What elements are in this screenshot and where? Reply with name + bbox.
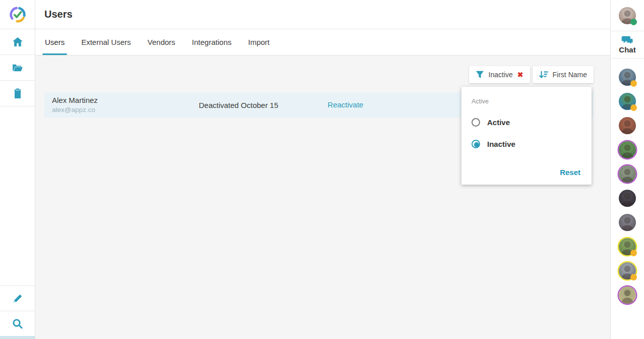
- avatar-list-item[interactable]: [619, 283, 636, 307]
- avatar-list-item[interactable]: [619, 138, 636, 162]
- page-title: Users: [44, 9, 73, 20]
- home-icon: [12, 37, 23, 47]
- status-dot: [630, 19, 637, 25]
- close-icon[interactable]: ✖: [517, 71, 523, 78]
- status-dot: [630, 250, 637, 256]
- pencil-icon: [12, 293, 23, 304]
- sort-button[interactable]: First Name: [533, 66, 594, 83]
- filter-option-active-label: Active: [487, 118, 510, 127]
- tab-import[interactable]: Import: [248, 29, 270, 55]
- avatar[interactable]: [619, 7, 636, 24]
- filter-chip[interactable]: Inactive ✖: [469, 66, 530, 83]
- sidebar-bottom-strip: [0, 336, 35, 339]
- avatar-list-item[interactable]: [619, 210, 636, 235]
- search-icon: [12, 318, 23, 329]
- person-silhouette-icon: [619, 190, 636, 207]
- sidebar-spacer: [0, 106, 35, 286]
- person-silhouette-icon: [619, 214, 636, 231]
- avatar[interactable]: [619, 69, 636, 86]
- filter-chip-label: Inactive: [489, 71, 513, 79]
- avatar[interactable]: [619, 262, 636, 279]
- avatar[interactable]: [619, 238, 636, 255]
- radio-inactive[interactable]: [472, 140, 480, 148]
- avatar[interactable]: [619, 117, 636, 134]
- avatar[interactable]: [619, 214, 636, 231]
- user-name-cell: Alex Martinez alex@appz.co: [44, 95, 196, 115]
- logo-check-icon: [8, 5, 27, 24]
- avatar-list: [611, 59, 644, 307]
- person-silhouette-icon: [619, 141, 636, 158]
- person-silhouette-icon: [619, 287, 636, 304]
- tab-users[interactable]: Users: [44, 29, 65, 55]
- person-silhouette-icon: [619, 165, 636, 183]
- sort-descending-icon: [539, 71, 548, 79]
- filter-option-active[interactable]: Active: [472, 118, 581, 127]
- avatar[interactable]: [619, 190, 636, 207]
- filter-dropdown: Active Active Inactive Reset: [461, 87, 592, 185]
- right-sidebar: Chat: [610, 0, 644, 339]
- filter-option-inactive-label: Inactive: [487, 140, 515, 148]
- avatar-list-item[interactable]: [619, 259, 636, 283]
- status-dot: [630, 104, 637, 111]
- tab-external-users[interactable]: External Users: [81, 29, 131, 55]
- profile-cell[interactable]: [611, 0, 644, 31]
- page-header: Users: [35, 0, 610, 29]
- avatar-list-item[interactable]: [619, 114, 636, 138]
- person-silhouette-icon: [619, 117, 636, 134]
- user-email: alex@appz.co: [52, 105, 196, 115]
- filter-option-inactive[interactable]: Inactive: [472, 140, 581, 148]
- user-status-text: Deactivated October 15: [196, 101, 281, 109]
- app-logo[interactable]: [0, 0, 35, 29]
- profile-avatar[interactable]: [619, 7, 636, 24]
- avatar[interactable]: [619, 165, 636, 183]
- reactivate-link[interactable]: Reactivate: [328, 100, 364, 109]
- reset-button[interactable]: Reset: [560, 168, 580, 177]
- left-sidebar: [0, 0, 35, 339]
- clipboard-icon: [13, 88, 22, 99]
- sidebar-item-search[interactable]: [0, 311, 35, 336]
- sidebar-item-edit[interactable]: [0, 286, 35, 311]
- status-dot: [630, 274, 637, 280]
- status-dot: [630, 80, 637, 87]
- toolbar: Inactive ✖ First Name: [469, 66, 594, 83]
- chat-button[interactable]: Chat: [611, 31, 644, 59]
- tab-integrations[interactable]: Integrations: [192, 29, 232, 55]
- avatar[interactable]: [619, 141, 636, 158]
- sort-button-label: First Name: [553, 71, 587, 79]
- sidebar-item-tasks[interactable]: [0, 81, 35, 106]
- avatar[interactable]: [619, 93, 636, 110]
- avatar-list-item[interactable]: [619, 186, 636, 210]
- tab-bar: Users External Users Vendors Integration…: [35, 29, 610, 55]
- avatar-list-item[interactable]: [619, 162, 636, 186]
- avatar[interactable]: [619, 287, 636, 304]
- avatar-list-item[interactable]: [619, 235, 636, 259]
- folder-icon: [12, 63, 23, 72]
- filter-funnel-icon: [476, 71, 484, 79]
- user-name: Alex Martinez: [52, 95, 196, 105]
- filter-group-label: Active: [472, 98, 581, 105]
- chat-bubbles-icon: [621, 35, 633, 45]
- avatar-list-item[interactable]: [619, 89, 636, 114]
- radio-active[interactable]: [472, 118, 480, 127]
- chat-label: Chat: [619, 45, 635, 54]
- avatar-list-item[interactable]: [619, 65, 636, 89]
- sidebar-item-projects[interactable]: [0, 55, 35, 81]
- tab-vendors[interactable]: Vendors: [147, 29, 176, 55]
- sidebar-item-home[interactable]: [0, 29, 35, 55]
